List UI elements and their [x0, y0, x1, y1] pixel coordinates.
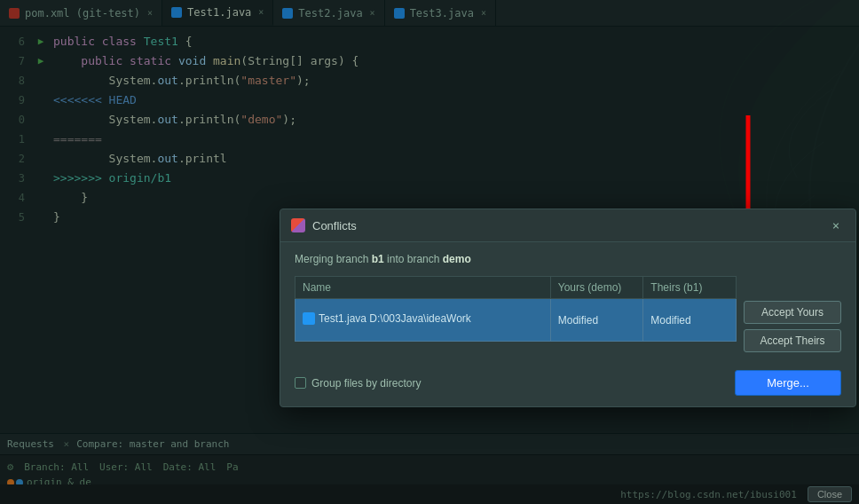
- group-files-checkbox[interactable]: [295, 377, 306, 389]
- dialog-subtitle: Merging branch b1 into branch demo: [295, 253, 841, 265]
- accept-yours-button[interactable]: Accept Yours: [744, 301, 841, 324]
- dialog-close-button[interactable]: ×: [827, 217, 845, 234]
- dialog-body: Merging branch b1 into branch demo Name …: [280, 242, 855, 363]
- col-name: Name: [296, 277, 551, 299]
- dialog-icon: [291, 218, 305, 232]
- checkbox-row: Group files by directory: [295, 377, 421, 390]
- row-name: Test1.java D:\003Java\ideaWork: [296, 299, 551, 342]
- checkbox-label: Group files by directory: [311, 377, 421, 390]
- merge-button[interactable]: Merge...: [735, 370, 841, 396]
- java-file-icon: [303, 312, 315, 325]
- conflict-table: Name Yours (demo) Theirs (b1) Test1.java…: [295, 276, 737, 342]
- row-yours: Modified: [550, 299, 643, 342]
- dialog-bottom: Group files by directory Merge...: [280, 363, 855, 406]
- row-theirs: Modified: [643, 299, 737, 342]
- col-theirs: Theirs (b1): [643, 277, 737, 299]
- dialog-titlebar: Conflicts ×: [280, 209, 855, 242]
- dialog-title: Conflicts: [312, 219, 357, 232]
- conflict-row-0[interactable]: Test1.java D:\003Java\ideaWork Modified …: [296, 299, 737, 342]
- conflicts-dialog: Conflicts × Merging branch b1 into branc…: [280, 209, 856, 407]
- accept-theirs-button[interactable]: Accept Theirs: [744, 329, 841, 352]
- file-icon: Test1.java D:\003Java\ideaWork: [303, 312, 471, 325]
- col-yours: Yours (demo): [550, 277, 643, 299]
